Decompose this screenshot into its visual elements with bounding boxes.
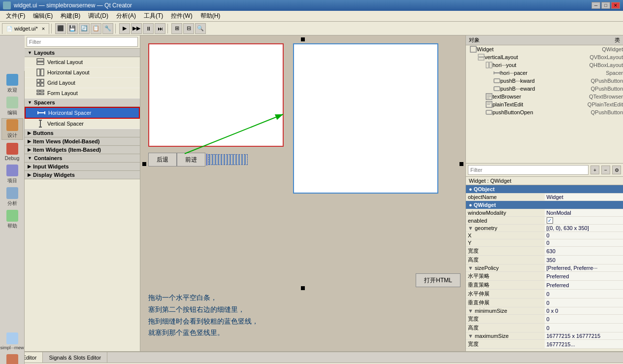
- file-tab-close[interactable]: ×: [42, 26, 45, 32]
- prop-x[interactable]: X 0: [466, 232, 623, 239]
- menu-analyze[interactable]: 分析(A): [112, 11, 140, 21]
- prop-objectname-value[interactable]: Widget: [545, 194, 623, 201]
- prop-maxsize-value[interactable]: 16777215 x 16777215: [545, 332, 623, 340]
- props-filter-input[interactable]: [468, 165, 589, 175]
- prop-height[interactable]: 高度 350: [466, 256, 623, 265]
- menu-build[interactable]: 构建(B): [57, 11, 84, 21]
- sidebar-welcome[interactable]: 欢迎: [1, 73, 23, 95]
- prop-minwidth-value[interactable]: 0: [545, 315, 623, 324]
- obj-plaintextedit[interactable]: plainTextEdit QPlainTextEdit: [466, 100, 623, 108]
- prop-geometry-value[interactable]: [(0, 0), 630 x 350]: [545, 225, 623, 232]
- selection-handle-bottom[interactable]: [301, 286, 305, 290]
- prop-windowmodality[interactable]: windowModality NonModal: [466, 209, 623, 217]
- toolbar-btn-5[interactable]: 🔧: [102, 23, 113, 34]
- prop-windowmodality-value[interactable]: NonModal: [545, 209, 623, 217]
- spacers-header[interactable]: ▼ Spacers: [25, 99, 140, 107]
- open-html-button[interactable]: 打开HTML: [416, 273, 460, 287]
- menu-help[interactable]: 帮助(H): [197, 11, 225, 21]
- filter-input[interactable]: [27, 37, 138, 47]
- sidebar-design[interactable]: 设计: [1, 118, 23, 140]
- menu-tools[interactable]: 工具(T): [140, 11, 167, 21]
- toolbar-btn-10[interactable]: ⊞: [171, 23, 182, 34]
- sidebar-help[interactable]: 帮助: [1, 209, 23, 231]
- obj-hlayout[interactable]: hori···yout QHBoxLayout: [466, 61, 623, 69]
- containers-header[interactable]: ▼ Containers: [25, 154, 140, 163]
- prop-maxsize[interactable]: ▼maximumSize 16777215 x 16777215: [466, 332, 623, 340]
- sidebar-analyze[interactable]: 分析: [1, 186, 23, 208]
- menu-edit[interactable]: 编辑(E): [29, 11, 57, 21]
- display-widgets-header[interactable]: ▶ Display Widgets: [25, 171, 140, 179]
- prop-hpolicy-value[interactable]: Preferred: [545, 272, 623, 281]
- horizontal-layout-item[interactable]: Horizontal Layout: [25, 67, 140, 78]
- sidebar-simpl-ernew[interactable]: simpl···rnew: [1, 331, 23, 352]
- prop-vstretch[interactable]: 垂直伸展 0: [466, 298, 623, 307]
- prop-height-value[interactable]: 350: [545, 256, 623, 265]
- signals-slots-tab[interactable]: Signals & Slots Editor: [43, 352, 107, 363]
- prop-y[interactable]: Y 0: [466, 239, 623, 247]
- form-layout-item[interactable]: Form Layout: [25, 88, 140, 99]
- menu-debug[interactable]: 调试(D): [84, 11, 112, 21]
- toolbar-btn-8[interactable]: ⏸: [143, 23, 154, 34]
- close-button[interactable]: ✕: [611, 2, 620, 9]
- props-remove-btn[interactable]: −: [601, 165, 610, 174]
- toolbar-btn-6[interactable]: ▶: [119, 23, 130, 34]
- obj-pushbkward[interactable]: pushB···kward QPushButton: [466, 77, 623, 85]
- file-tab[interactable]: 📄 widget.ui* ×: [2, 23, 49, 34]
- prop-sizepolicy-value[interactable]: [Preferred, Preferre···: [545, 265, 623, 272]
- prop-objectname[interactable]: objectName Widget: [466, 194, 623, 201]
- prop-vstretch-value[interactable]: 0: [545, 298, 623, 307]
- obj-pusheward[interactable]: pushB···eward QPushButton: [466, 85, 623, 93]
- selection-handle-left[interactable]: [142, 162, 146, 166]
- sidebar-debug2[interactable]: Debug: [1, 352, 23, 364]
- prop-geometry[interactable]: ▼geometry [(0, 0), 630 x 350]: [466, 225, 623, 232]
- text-browser-widget[interactable]: [293, 43, 438, 194]
- prop-minwidth[interactable]: 宽度 0: [466, 315, 623, 324]
- toolbar-btn-4[interactable]: 📋: [91, 23, 101, 34]
- prop-hstretch[interactable]: 水平伸展 0: [466, 290, 623, 298]
- props-add-btn[interactable]: +: [590, 165, 599, 174]
- prop-enabled-value[interactable]: ✓: [545, 217, 623, 225]
- prop-width[interactable]: 宽度 630: [466, 247, 623, 256]
- prop-maxwidth[interactable]: 宽度 16777215...: [466, 340, 623, 349]
- prop-minsize-value[interactable]: 0 x 0: [545, 307, 623, 315]
- vertical-layout-item[interactable]: Vertical Layout: [25, 57, 140, 67]
- prop-enabled[interactable]: enabled ✓: [466, 217, 623, 225]
- menu-controls[interactable]: 控件(W): [167, 11, 196, 21]
- props-settings-btn[interactable]: ⚙: [612, 165, 621, 174]
- prop-vpolicy-value[interactable]: Preferred: [545, 281, 623, 290]
- obj-pushbuttonopen[interactable]: pushButtonOpen QPushButton: [466, 108, 623, 116]
- prop-maxwidth-value[interactable]: 16777215...: [545, 340, 623, 349]
- input-widgets-header[interactable]: ▶ Input Widgets: [25, 163, 140, 171]
- prop-x-value[interactable]: 0: [545, 232, 623, 239]
- sidebar-edit[interactable]: 编辑: [1, 96, 23, 117]
- toolbar-btn-2[interactable]: 💾: [67, 23, 78, 34]
- selection-handle-right[interactable]: [459, 162, 463, 166]
- toolbar-btn-1[interactable]: ⬛: [55, 23, 66, 34]
- toolbar-btn-11[interactable]: ⊟: [183, 23, 194, 34]
- obj-verticalLayout[interactable]: verticalLayout QVBoxLayout: [466, 53, 623, 61]
- prop-hpolicy[interactable]: 水平策略 Preferred: [466, 272, 623, 281]
- prop-hstretch-value[interactable]: 0: [545, 290, 623, 298]
- prop-minheight[interactable]: 高度 0: [466, 324, 623, 332]
- back-button[interactable]: 后退: [148, 153, 177, 166]
- prop-sizepolicy[interactable]: ▼sizePolicy [Preferred, Preferre···: [466, 265, 623, 272]
- toolbar-btn-9[interactable]: ⏭: [155, 23, 165, 34]
- horizontal-spacer-widget[interactable]: [208, 154, 248, 165]
- menu-file[interactable]: 文件(F): [2, 11, 29, 21]
- prop-vpolicy[interactable]: 垂直策略 Preferred: [466, 281, 623, 290]
- grid-layout-item[interactable]: Grid Layout: [25, 78, 140, 88]
- sidebar-project[interactable]: 项目: [1, 164, 23, 185]
- layouts-header[interactable]: ▼ Layouts: [25, 49, 140, 57]
- obj-Widget[interactable]: Widget QWidget: [466, 45, 623, 53]
- item-widgets-header[interactable]: ▶ Item Widgets (Item-Based): [25, 146, 140, 154]
- toolbar-btn-3[interactable]: 🔄: [79, 23, 90, 34]
- vertical-spacer-item[interactable]: Vertical Spacer: [25, 119, 140, 129]
- prop-width-value[interactable]: 630: [545, 247, 623, 256]
- buttons-header[interactable]: ▶ Buttons: [25, 129, 140, 137]
- forward-button[interactable]: 前进: [177, 153, 205, 166]
- toolbar-btn-12[interactable]: 🔍: [195, 23, 206, 34]
- obj-spacer[interactable]: hori···pacer Spacer: [466, 69, 623, 77]
- horizontal-spacer-item[interactable]: Horizontal Spacer: [25, 107, 140, 119]
- item-views-header[interactable]: ▶ Item Views (Model-Based): [25, 137, 140, 146]
- selection-handle-top[interactable]: [301, 37, 305, 41]
